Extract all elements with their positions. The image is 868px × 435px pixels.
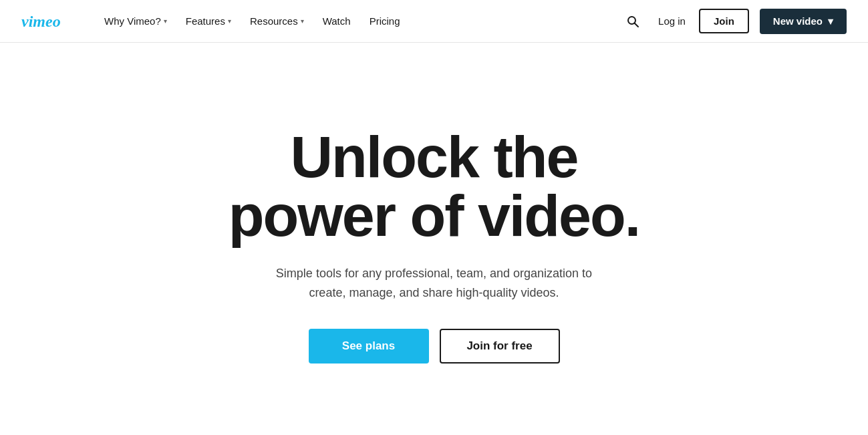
nav-links: Why Vimeo? ▾ Features ▾ Resources ▾ Watc… [96, 10, 621, 32]
new-video-button[interactable]: New video ▾ [760, 9, 847, 34]
nav-item-pricing[interactable]: Pricing [361, 10, 408, 32]
login-button[interactable]: Log in [656, 10, 688, 32]
nav-item-resources[interactable]: Resources ▾ [242, 10, 312, 32]
search-icon [626, 15, 639, 28]
navbar: vimeo Why Vimeo? ▾ Features ▾ Resources … [0, 0, 868, 43]
chevron-down-icon: ▾ [301, 17, 304, 25]
join-for-free-button[interactable]: Join for free [440, 329, 560, 364]
chevron-down-icon: ▾ [828, 15, 833, 27]
chevron-down-icon: ▾ [164, 17, 167, 25]
nav-item-watch[interactable]: Watch [315, 10, 359, 32]
navbar-actions: Log in Join New video ▾ [621, 9, 847, 34]
search-button[interactable] [621, 9, 645, 33]
nav-item-features[interactable]: Features ▾ [178, 10, 239, 32]
hero-section: Unlock the power of video. Simple tools … [0, 43, 868, 435]
hero-subtitle: Simple tools for any professional, team,… [267, 264, 601, 303]
nav-item-why-vimeo[interactable]: Why Vimeo? ▾ [96, 10, 175, 32]
join-button[interactable]: Join [699, 9, 749, 33]
svg-text:vimeo: vimeo [21, 13, 61, 30]
svg-line-2 [635, 23, 639, 27]
hero-title: Unlock the power of video. [229, 128, 639, 245]
see-plans-button[interactable]: See plans [309, 329, 429, 364]
chevron-down-icon: ▾ [228, 17, 231, 25]
vimeo-logo[interactable]: vimeo [21, 12, 75, 31]
hero-cta-buttons: See plans Join for free [309, 329, 560, 364]
